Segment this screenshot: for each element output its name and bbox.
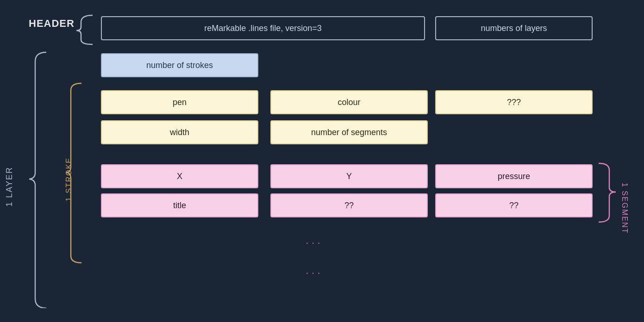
title-box: title bbox=[101, 193, 258, 217]
header-label: HEADER bbox=[29, 18, 75, 30]
main-container: HEADER reMarkable .lines file, version=3… bbox=[0, 0, 644, 322]
pen-box: pen bbox=[101, 90, 258, 114]
unknown1-box: ??? bbox=[435, 90, 593, 114]
unknown2-box: ?? bbox=[270, 193, 428, 217]
y-box: Y bbox=[270, 164, 428, 188]
header-brace-icon bbox=[74, 13, 100, 45]
unknown3-box: ?? bbox=[435, 193, 593, 217]
segment-label: 1 SEGMENT bbox=[620, 183, 629, 234]
x-box: X bbox=[101, 164, 258, 188]
strokes-count-box: number of strokes bbox=[101, 53, 258, 77]
stroke-label: 1 STROKE bbox=[65, 157, 73, 201]
width-box: width bbox=[101, 120, 258, 144]
pressure-box: pressure bbox=[435, 164, 593, 188]
segment-brace-icon bbox=[596, 161, 622, 223]
ellipsis-2: ... bbox=[306, 264, 323, 277]
header-layers-box: numbers of layers bbox=[435, 16, 593, 40]
layer-label: 1 LAYER bbox=[5, 167, 14, 207]
layer-brace-icon bbox=[27, 50, 52, 308]
header-file-box: reMarkable .lines file, version=3 bbox=[101, 16, 425, 40]
ellipsis-1: ... bbox=[306, 234, 323, 247]
colour-box: colour bbox=[270, 90, 428, 114]
segments-box: number of segments bbox=[270, 120, 428, 144]
